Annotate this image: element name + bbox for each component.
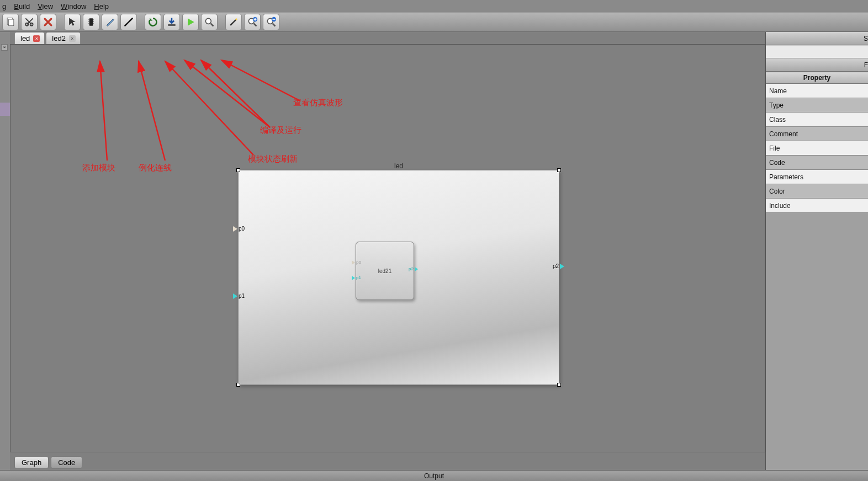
delete-button[interactable] xyxy=(40,14,56,30)
refresh-button[interactable] xyxy=(145,14,161,30)
svg-rect-5 xyxy=(168,24,175,25)
dock-close-button[interactable]: × xyxy=(1,44,8,51)
copy-icon xyxy=(5,17,16,28)
brush-button[interactable] xyxy=(102,14,118,30)
tab-close-led2[interactable]: × xyxy=(69,35,76,42)
resize-handle-bl[interactable] xyxy=(236,383,240,387)
scissors-icon xyxy=(24,17,35,28)
wave-button[interactable] xyxy=(201,14,218,30)
port-triangle-icon xyxy=(233,293,237,299)
cut-button[interactable] xyxy=(21,14,38,30)
main-area: × led × led2 × xyxy=(0,32,868,470)
zoom-in-button[interactable] xyxy=(244,14,261,30)
prop-name[interactable]: Name xyxy=(766,84,868,98)
run-button[interactable] xyxy=(182,14,199,30)
svg-rect-1 xyxy=(9,19,14,26)
resize-handle-br[interactable] xyxy=(557,383,561,387)
prop-include[interactable]: Include xyxy=(766,199,868,213)
inner-port-p1[interactable]: p1 xyxy=(352,275,361,280)
view-tabs: Graph Code xyxy=(14,456,82,469)
panel-subheader: F xyxy=(766,58,868,72)
chip-icon xyxy=(86,17,97,28)
inner-port-p2[interactable]: p2 xyxy=(409,266,418,271)
module-led[interactable]: led p0 p1 p2 led2 xyxy=(238,170,559,385)
play-green-icon xyxy=(185,17,196,28)
wand-button[interactable] xyxy=(225,14,242,30)
prop-class[interactable]: Class xyxy=(766,113,868,127)
svg-line-13 xyxy=(139,61,165,161)
resize-handle-tr[interactable] xyxy=(557,168,561,172)
tab-label: led xyxy=(20,34,30,42)
panel-search-field[interactable] xyxy=(766,45,868,58)
svg-point-7 xyxy=(235,18,237,20)
port-label: p0 xyxy=(239,226,245,232)
tab-label: led2 xyxy=(52,34,66,42)
tab-led[interactable]: led × xyxy=(14,32,45,44)
port-p0[interactable]: p0 xyxy=(233,226,245,232)
output-bar[interactable]: Output xyxy=(0,470,868,481)
tab-led2[interactable]: led2 × xyxy=(46,32,81,44)
module-title: led xyxy=(239,162,559,170)
pointer-button[interactable] xyxy=(64,14,81,30)
canvas[interactable]: 添加模块 例化连线 模块状态刷新 编译及运行 查看仿真波形 led p0 p1 xyxy=(10,44,765,452)
prop-comment[interactable]: Comment xyxy=(766,127,868,141)
left-dock: × xyxy=(0,32,10,470)
menu-bar: g Build View Window Help xyxy=(0,0,868,12)
canvas-wrap: led × led2 × xyxy=(10,32,765,470)
port-label: p1 xyxy=(239,293,245,299)
menu-item-view[interactable]: View xyxy=(38,2,53,10)
zoom-out-button[interactable] xyxy=(263,14,279,30)
svg-line-14 xyxy=(165,61,253,155)
menu-item-window[interactable]: Window xyxy=(61,2,86,10)
x-red-icon xyxy=(43,17,54,28)
panel-header: S xyxy=(766,32,868,45)
add-module-button[interactable] xyxy=(83,14,99,30)
prop-color[interactable]: Color xyxy=(766,184,868,199)
port-p1[interactable]: p1 xyxy=(233,293,245,299)
menu-item-build[interactable]: Build xyxy=(14,2,30,10)
prop-code[interactable]: Code xyxy=(766,156,868,170)
port-triangle-icon xyxy=(233,226,237,232)
port-label: p0 xyxy=(356,260,361,265)
svg-line-15 xyxy=(184,60,270,127)
panel-sub-letter: F xyxy=(864,61,868,69)
copy-button[interactable] xyxy=(2,14,19,30)
zoom-minus-icon xyxy=(266,17,277,28)
editor-tabs: led × led2 × xyxy=(14,32,81,44)
resize-handle-tl[interactable] xyxy=(236,168,240,172)
cycle-icon xyxy=(147,17,158,28)
module-led21[interactable]: led21 p0 p1 p2 xyxy=(356,242,414,300)
inner-port-p0[interactable]: p0 xyxy=(352,260,361,265)
menu-item-g[interactable]: g xyxy=(2,2,6,10)
pen-icon xyxy=(123,17,134,28)
properties-panel: S F Property Name Type Class Comment Fil… xyxy=(765,32,868,470)
panel-header-letter: S xyxy=(864,35,868,42)
svg-line-17 xyxy=(221,60,300,101)
dock-indicator xyxy=(0,103,10,116)
port-triangle-icon xyxy=(560,264,564,269)
port-label: p2 xyxy=(553,263,559,269)
port-label: p2 xyxy=(409,266,414,271)
port-triangle-icon xyxy=(415,267,418,271)
port-p2[interactable]: p2 xyxy=(553,263,564,269)
download-button[interactable] xyxy=(163,14,180,30)
port-triangle-icon xyxy=(352,260,355,265)
prop-file[interactable]: File xyxy=(766,141,868,156)
zoom-plus-icon xyxy=(247,17,258,28)
prop-parameters[interactable]: Parameters xyxy=(766,170,868,184)
viewtab-graph[interactable]: Graph xyxy=(14,456,49,469)
brush-icon xyxy=(104,17,115,28)
cursor-icon xyxy=(67,17,78,28)
wire-button[interactable] xyxy=(120,14,137,30)
port-label: p1 xyxy=(356,275,361,280)
viewtab-code[interactable]: Code xyxy=(51,456,82,469)
magnifier-icon xyxy=(204,17,215,28)
svg-point-6 xyxy=(205,18,211,24)
wand-icon xyxy=(228,17,239,28)
svg-line-16 xyxy=(201,60,270,127)
inner-module-label: led21 xyxy=(378,268,391,274)
toolbar xyxy=(0,12,868,32)
tab-close-led[interactable]: × xyxy=(33,35,40,42)
menu-item-help[interactable]: Help xyxy=(94,2,109,10)
prop-type[interactable]: Type xyxy=(766,98,868,113)
